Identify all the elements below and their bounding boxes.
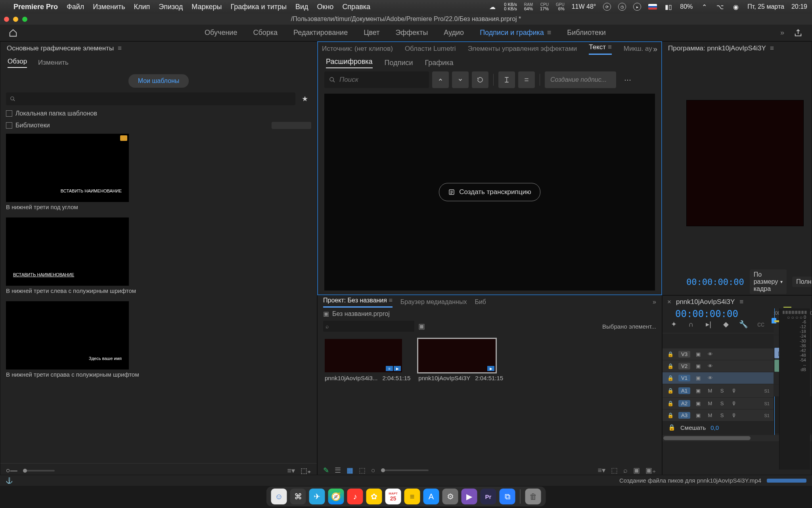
dock-icon-9[interactable]: ⚙: [442, 489, 458, 504]
template-thumb-0[interactable]: ВСТАВИТЬ НАИМЕНОВАНИЕ: [6, 134, 129, 202]
bin-icon[interactable]: ▣: [323, 310, 329, 318]
eg-menu[interactable]: ≡: [118, 44, 122, 52]
write-mode-icon[interactable]: ✎: [323, 466, 329, 475]
dock-icon-0[interactable]: ☺: [271, 489, 287, 504]
menu-file[interactable]: Файл: [67, 3, 84, 11]
eg-tab-edit[interactable]: Изменить: [38, 59, 69, 67]
menu-markers[interactable]: Маркеры: [192, 3, 222, 11]
minimize-window[interactable]: [13, 17, 18, 22]
project-search-input[interactable]: [323, 321, 414, 332]
dock-icon-8[interactable]: A: [423, 489, 439, 504]
dock-icon-4[interactable]: ♪: [347, 489, 363, 504]
track-head-A3[interactable]: 🔒A3▣MS🎙S1: [663, 410, 774, 421]
dock-icon-7[interactable]: ≡: [404, 489, 420, 504]
transcript-search-input[interactable]: [339, 76, 424, 84]
template-thumb-1[interactable]: ВСТАВИТЬ НАИМЕНОВАНИЕ: [6, 217, 129, 286]
timeline-tool-1[interactable]: ✦: [669, 319, 678, 329]
workspace-tab-4[interactable]: Эффекты: [396, 29, 428, 37]
merge-button[interactable]: [498, 71, 515, 88]
app-name[interactable]: Premiere Pro: [13, 3, 58, 11]
eg-search[interactable]: [6, 92, 295, 105]
more-options-button[interactable]: ⋯: [619, 71, 636, 88]
project-tab-1[interactable]: Браузер медиаданных: [400, 298, 467, 306]
program-monitor[interactable]: [686, 100, 804, 226]
menu-graphics[interactable]: Графика и титры: [231, 3, 287, 11]
cloud-icon[interactable]: ☁︎: [488, 2, 497, 11]
workspace-tab-6[interactable]: Подписи и графика≡: [480, 29, 551, 37]
circ-icon-3[interactable]: ▸: [633, 3, 641, 11]
sort-icon[interactable]: ≡▾: [598, 466, 605, 475]
nav-down-button[interactable]: [452, 71, 469, 88]
menu-edit[interactable]: Изменить: [93, 3, 125, 11]
refresh-button[interactable]: [472, 71, 488, 88]
input-source-flag[interactable]: [648, 4, 657, 10]
workspace-tab-2[interactable]: Редактирование: [293, 29, 348, 37]
freeform-view-icon[interactable]: ⬚: [359, 466, 366, 475]
timeline-timecode[interactable]: 00:00:00:00: [669, 307, 745, 321]
my-templates-button[interactable]: Мои шаблоны: [128, 74, 189, 88]
circ-icon-2[interactable]: ◷: [618, 3, 626, 11]
circ-icon-1[interactable]: ⟳: [603, 3, 611, 11]
dock-icon-10[interactable]: ▶: [462, 489, 477, 504]
dock-icon-13[interactable]: 🗑: [525, 489, 541, 504]
dock-icon-3[interactable]: 🧭: [328, 489, 344, 504]
nav-up-button[interactable]: [432, 71, 449, 88]
workspace-overflow[interactable]: »: [780, 29, 784, 37]
track-head-V2[interactable]: 🔒V2▣👁: [663, 360, 774, 372]
local-templates-checkbox[interactable]: Локальная папка шаблонов: [6, 110, 311, 117]
dock-icon-1[interactable]: ⌘: [290, 489, 306, 504]
workspace-tab-0[interactable]: Обучение: [205, 29, 237, 37]
template-thumb-2[interactable]: Здесь ваше имя: [6, 301, 129, 369]
source-head-tab-0[interactable]: Источник: (нет клипов): [322, 45, 393, 53]
list-view-icon[interactable]: ☰: [335, 466, 341, 475]
track-head-V3[interactable]: 🔒V3▣👁: [663, 348, 774, 360]
clip-card-0[interactable]: ≡▶pnnk10jAovIpS4i3...2:04:51:15: [325, 339, 410, 458]
menubar-time[interactable]: 20:19: [791, 3, 807, 10]
create-transcription-button[interactable]: Создать транскрипцию: [439, 183, 540, 201]
anchor-icon[interactable]: ⚓: [6, 477, 13, 484]
source-head-tab-2[interactable]: Элементы управления эффектами: [468, 45, 577, 53]
home-button[interactable]: [8, 28, 18, 38]
libraries-checkbox[interactable]: Библиотеки: [6, 122, 311, 129]
project-tab-0[interactable]: Проект: Без названия ≡: [323, 297, 393, 308]
clip-card-1[interactable]: ▶pnnk10jAovIpS4i3Y2:04:51:15: [418, 339, 503, 458]
workspace-tab-7[interactable]: Библиотеки: [567, 29, 606, 37]
eg-sort-icon[interactable]: ≡▾: [287, 466, 295, 475]
create-caption-button[interactable]: Создание подпис...: [545, 71, 616, 88]
maximize-window[interactable]: [22, 17, 27, 22]
eg-slider-icon[interactable]: ○—: [6, 466, 17, 475]
dock-icon-2[interactable]: ✈: [309, 489, 325, 504]
export-button[interactable]: [792, 27, 804, 39]
timeline-tool-4[interactable]: ◆: [721, 319, 731, 329]
project-overflow[interactable]: »: [653, 298, 656, 306]
control-center-icon[interactable]: ⌥: [716, 2, 724, 11]
source-sub-tab-0[interactable]: Расшифровка: [326, 58, 373, 68]
workspace-tab-5[interactable]: Аудио: [444, 29, 464, 37]
menu-clip[interactable]: Клип: [134, 3, 150, 11]
source-head-tab-1[interactable]: Области Lumetri: [405, 45, 456, 53]
new-item-icon[interactable]: ▣₊: [645, 466, 656, 475]
automate-icon[interactable]: ⬚: [611, 466, 618, 475]
filter-icon[interactable]: ▣: [418, 322, 425, 331]
eg-favorite-toggle[interactable]: ★: [299, 92, 311, 105]
dock-icon-6[interactable]: МАРТ25: [385, 489, 401, 504]
find-icon[interactable]: ⌕: [623, 466, 628, 475]
eg-tab-browse[interactable]: Обзор: [8, 58, 27, 68]
menu-help[interactable]: Справка: [342, 3, 370, 11]
track-head-A2[interactable]: 🔒A2▣MS🎙S1: [663, 398, 774, 410]
dock-icon-5[interactable]: ✿: [366, 489, 382, 504]
quality-dropdown[interactable]: Полное▾: [792, 277, 812, 287]
source-head-tab-3[interactable]: Текст ≡: [589, 43, 611, 55]
close-window[interactable]: [4, 17, 9, 22]
menu-sequence[interactable]: Эпизод: [159, 3, 183, 11]
split-button[interactable]: [518, 71, 535, 88]
menu-view[interactable]: Вид: [295, 3, 308, 11]
track-head-A1[interactable]: 🔒A1▣MS🎙S1: [663, 384, 774, 398]
siri-icon[interactable]: ◉: [732, 2, 740, 11]
transcript-search[interactable]: [324, 71, 429, 88]
workspace-tab-3[interactable]: Цвет: [364, 29, 379, 37]
eg-new-icon[interactable]: ⬚₊: [301, 466, 311, 475]
timeline-tool-6[interactable]: cc: [756, 319, 766, 329]
sequence-name[interactable]: pnnk10jAovIpS4i3Y: [676, 298, 735, 306]
workspace-tab-1[interactable]: Сборка: [253, 29, 278, 37]
